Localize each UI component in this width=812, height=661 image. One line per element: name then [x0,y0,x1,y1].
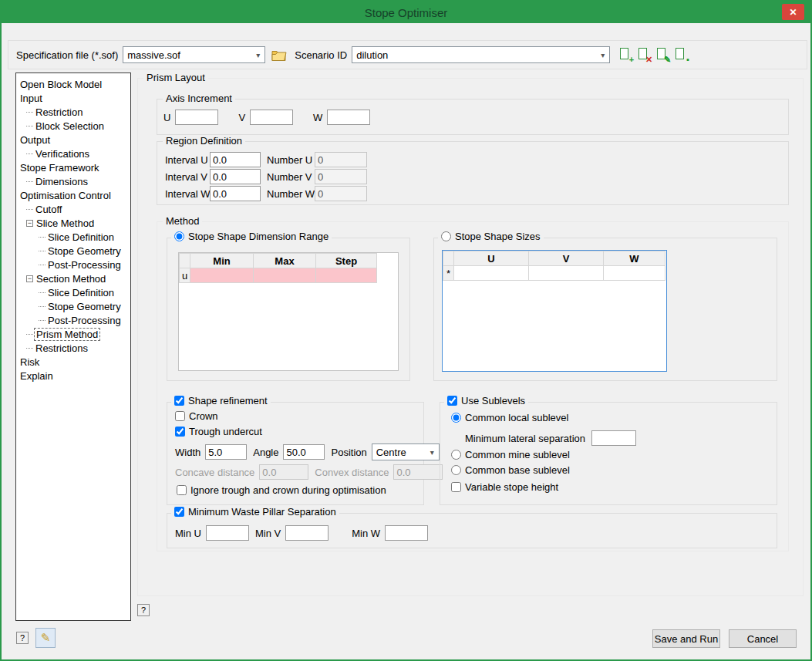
sidebar-item-section-method[interactable]: −Section Method [16,271,130,285]
min-lateral-separation-label: Minimum lateral separation [465,433,585,444]
shape-sizes-group: Stope Shape Sizes U V W * [433,238,777,381]
sidebar-item-verifications[interactable]: Verifications [16,147,130,160]
sidebar-item-stope-framework[interactable]: Stope Framework [16,160,130,174]
width-input[interactable] [205,444,247,460]
grid-cell-max[interactable] [254,268,316,283]
crown-label: Crown [189,410,218,422]
sidebar-item-explain[interactable]: Explain [16,369,130,383]
sidebar-item-restriction[interactable]: Restriction [16,105,130,119]
scenario-id-label: Scenario ID [295,49,347,61]
position-value: Centre [376,447,426,458]
chevron-down-icon: ▾ [251,51,264,59]
spec-file-select[interactable]: massive.sof ▾ [123,46,265,63]
number-u-field [315,152,367,167]
shape-refinement-caption: Shape refinement [171,395,271,406]
spec-file-value: massive.sof [127,49,251,61]
sidebar-item-post-processing[interactable]: Post-Processing [16,258,130,271]
grid-cell-step[interactable] [316,268,377,283]
sidebar-item-cutoff[interactable]: Cutoff [16,202,130,216]
position-select[interactable]: Centre ▾ [372,443,440,460]
edit-scenario-icon[interactable]: ✎ [655,47,670,62]
sidebar-item-risk[interactable]: Risk [16,355,130,369]
close-button[interactable]: ✕ [782,4,804,20]
shape-sizes-label: Stope Shape Sizes [455,231,541,242]
help-button[interactable]: ? [137,604,150,616]
common-mine-sublevel-radio[interactable] [451,450,461,460]
page-shape [620,48,628,59]
dimension-range-radio[interactable] [174,231,184,241]
sidebar-item-optimisation-control[interactable]: Optimisation Control [16,188,130,202]
angle-input[interactable] [283,444,325,460]
sidebar-item-stope-geometry[interactable]: Stope Geometry [16,244,130,258]
grid-cell-u[interactable] [454,266,529,281]
titlebar: Stope Optimiser ✕ [2,2,810,23]
sidebar-item-open-block-model[interactable]: Open Block Model [16,77,130,91]
navigation-tree: Open Block Model Input Restriction Block… [15,73,131,621]
sidebar-item-dimensions[interactable]: Dimensions [16,174,130,188]
save-scenario-icon[interactable]: ▪ [673,47,689,62]
grid-cell-w[interactable] [604,266,665,281]
sidebar-item-output[interactable]: Output [16,133,130,147]
axis-v-input[interactable] [250,110,293,125]
save-and-run-button[interactable]: Save and Run [652,629,720,648]
ignore-trough-crown-checkbox[interactable] [177,485,187,495]
sidebar-item-prism-method[interactable]: Prism Method [16,327,130,341]
sidebar-item-restrictions[interactable]: Restrictions [16,341,130,355]
sidebar-item-slice-definition-2[interactable]: Slice Definition [16,285,130,299]
sidebar-item-input[interactable]: Input [16,91,130,105]
min-u-input[interactable] [206,525,249,541]
grid-cell-v[interactable] [529,266,604,281]
grid-cell-min[interactable] [190,268,254,283]
stope-optimiser-dialog: Stope Optimiser ✕ Specification file (*.… [0,0,812,661]
sidebar-item-stope-geometry-2[interactable]: Stope Geometry [16,299,130,313]
use-sublevels-checkbox[interactable] [447,396,457,406]
min-w-input[interactable] [385,525,428,541]
collapse-icon[interactable]: − [26,220,33,227]
help-button-2[interactable]: ? [16,632,29,644]
crown-checkbox[interactable] [175,411,185,421]
dimension-range-table[interactable]: Min Max Step u [178,252,399,371]
interval-u-input[interactable] [210,152,261,167]
open-folder-icon[interactable] [271,49,287,61]
variable-stope-height-checkbox[interactable] [451,482,461,492]
axis-w-input[interactable] [327,110,370,125]
axis-v-label: V [238,112,245,123]
column-header-step: Step [316,254,377,268]
min-v-input[interactable] [285,525,329,541]
shape-sizes-radio[interactable] [441,231,451,241]
interval-w-input[interactable] [210,186,261,201]
shape-refinement-checkbox[interactable] [174,396,184,406]
row-header-u: u [180,268,190,283]
scenario-select[interactable]: dilution ▾ [352,46,610,63]
number-u-label: Number U [267,154,315,166]
sidebar-item-slice-method[interactable]: −Slice Method [16,216,130,230]
column-header-v: V [529,251,604,266]
min-v-label: Min V [255,528,281,539]
common-base-sublevel-radio[interactable] [451,465,461,475]
new-scenario-icon[interactable]: + [618,47,633,62]
shape-sizes-table[interactable]: U V W * [442,250,667,372]
cancel-button[interactable]: Cancel [729,629,797,648]
min-waste-pillar-checkbox[interactable] [174,507,184,517]
interval-u-label: Interval U [165,154,210,166]
delete-scenario-icon[interactable]: ✕ [636,47,652,62]
trough-undercut-checkbox[interactable] [175,427,185,437]
min-waste-pillar-label: Minimum Waste Pillar Separation [188,506,336,518]
sidebar-item-slice-definition[interactable]: Slice Definition [16,230,130,244]
axis-u-input[interactable] [175,110,218,125]
dimension-range-group: Stope Shape Dimension Range Min Max Step… [167,238,410,381]
interval-v-input[interactable] [210,169,261,184]
region-definition-group: Region Definition Interval U Number U In… [157,141,789,205]
column-header-w: W [604,251,665,266]
shape-refinement-group: Shape refinement Crown Trough undercut W… [167,402,424,505]
sidebar-item-post-processing-2[interactable]: Post-Processing [16,313,130,327]
edit-settings-icon[interactable]: ✎ [35,628,56,648]
common-local-sublevel-radio[interactable] [451,413,461,423]
min-lateral-separation-input[interactable] [591,430,636,446]
collapse-icon[interactable]: − [26,275,33,282]
sidebar-item-block-selection[interactable]: Block Selection [16,119,130,133]
prism-layout-title: Prism Layout [143,72,208,83]
interval-w-label: Interval W [165,188,210,200]
trough-undercut-label: Trough undercut [189,426,262,437]
dimension-range-caption: Stope Shape Dimension Range [171,231,332,242]
